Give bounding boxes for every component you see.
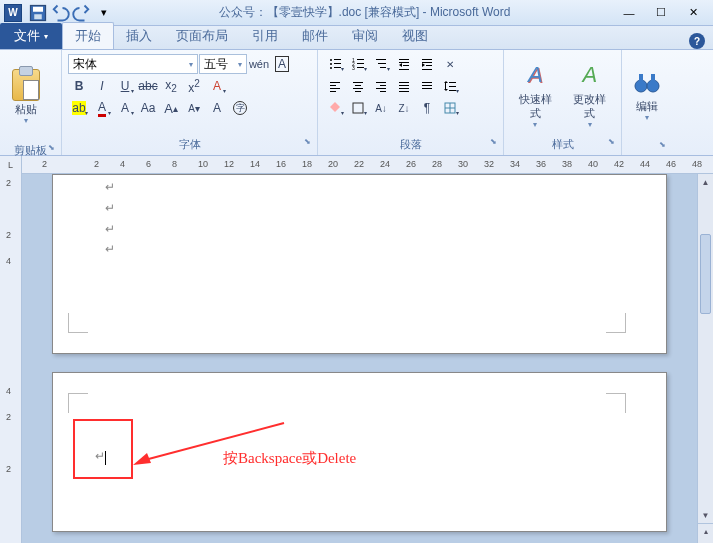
group-editing: 编辑 ▾ xyxy=(622,50,672,155)
quick-styles-icon: A xyxy=(519,59,551,91)
paste-button[interactable]: 粘贴 ▾ xyxy=(4,52,48,142)
font-name-combo[interactable]: 宋体 xyxy=(68,54,198,74)
vertical-ruler[interactable]: 224422 xyxy=(0,174,22,543)
svg-rect-42 xyxy=(422,82,432,83)
page-2[interactable]: ↵ 按Backspace或Delete xyxy=(52,372,667,532)
quick-access-toolbar: ▾ xyxy=(28,3,114,23)
svg-rect-8 xyxy=(334,67,341,68)
horizontal-ruler[interactable]: 4224681012141618202224262830323436384042… xyxy=(22,156,713,173)
document-pages: ↵ ↵ ↵ ↵ ↵ 按Backspace或Dele xyxy=(22,174,697,543)
svg-rect-20 xyxy=(403,65,409,66)
find-button[interactable]: 编辑 ▾ xyxy=(625,52,669,136)
svg-marker-58 xyxy=(133,453,151,465)
snap-grid-button[interactable] xyxy=(439,98,461,118)
change-case-button[interactable]: Aa xyxy=(137,98,159,118)
svg-rect-24 xyxy=(426,65,432,66)
svg-rect-47 xyxy=(449,86,456,87)
prev-page-button[interactable]: ▴ xyxy=(698,524,713,540)
change-styles-button[interactable]: A 更改样式 ▾ xyxy=(563,52,618,136)
tab-home[interactable]: 开始 xyxy=(62,22,114,49)
svg-rect-26 xyxy=(330,82,340,83)
paste-icon xyxy=(10,69,42,101)
strikethrough-button[interactable]: abc xyxy=(137,76,159,96)
font-color-button[interactable]: A xyxy=(91,98,113,118)
svg-rect-29 xyxy=(330,91,336,92)
align-left-button[interactable] xyxy=(324,76,346,96)
help-icon[interactable]: ? xyxy=(689,33,705,49)
italic-button[interactable]: I xyxy=(91,76,113,96)
tab-file[interactable]: 文件 xyxy=(0,23,62,49)
bullets-button[interactable] xyxy=(324,54,346,74)
shrink-font-button[interactable]: A▾ xyxy=(183,98,205,118)
tab-review[interactable]: 审阅 xyxy=(340,23,390,49)
align-right-button[interactable] xyxy=(370,76,392,96)
align-center-button[interactable] xyxy=(347,76,369,96)
svg-rect-4 xyxy=(334,59,341,60)
svg-rect-28 xyxy=(330,88,340,89)
tab-view[interactable]: 视图 xyxy=(390,23,440,49)
svg-rect-56 xyxy=(651,74,655,82)
tab-references[interactable]: 引用 xyxy=(240,23,290,49)
superscript-button[interactable]: x2 xyxy=(183,76,205,96)
text-effects-button[interactable]: A xyxy=(206,76,228,96)
borders-button[interactable] xyxy=(347,98,369,118)
align-distribute-button[interactable] xyxy=(416,76,438,96)
maximize-button[interactable]: ☐ xyxy=(647,3,675,23)
group-clipboard: 粘贴 ▾ 剪贴板 xyxy=(0,50,62,155)
svg-rect-48 xyxy=(449,90,456,91)
paragraph-mark: ↵ xyxy=(105,241,666,258)
close-button[interactable]: ✕ xyxy=(679,3,707,23)
undo-icon[interactable] xyxy=(50,3,70,23)
svg-text:3: 3 xyxy=(352,65,355,71)
scroll-thumb[interactable] xyxy=(700,234,711,314)
window-controls: — ☐ ✕ xyxy=(615,3,707,23)
font-size-combo[interactable]: 五号 xyxy=(199,54,247,74)
vertical-scrollbar[interactable]: ▲ ▼ ▴ ▾ xyxy=(697,174,713,543)
enclose-char-button[interactable]: 字 xyxy=(229,98,251,118)
character-border-icon[interactable]: A xyxy=(271,54,293,74)
svg-rect-14 xyxy=(357,67,364,68)
sort-button[interactable]: A↓ xyxy=(370,98,392,118)
save-icon[interactable] xyxy=(28,3,48,23)
scroll-up-button[interactable]: ▲ xyxy=(698,174,713,190)
svg-rect-18 xyxy=(399,59,409,60)
paragraph-mark: ↵ xyxy=(105,221,666,238)
underline-button[interactable]: U xyxy=(114,76,136,96)
highlight-button[interactable]: ab xyxy=(68,98,90,118)
minimize-button[interactable]: — xyxy=(615,3,643,23)
scroll-down-button[interactable]: ▼ xyxy=(698,507,713,523)
bold-button[interactable]: B xyxy=(68,76,90,96)
tab-insert[interactable]: 插入 xyxy=(114,23,164,49)
decrease-indent-button[interactable] xyxy=(393,54,415,74)
redo-icon[interactable] xyxy=(72,3,92,23)
numbering-button[interactable]: 123 xyxy=(347,54,369,74)
sort-desc-button[interactable]: Z↓ xyxy=(393,98,415,118)
grow-font-button[interactable]: A▴ xyxy=(160,98,182,118)
svg-rect-36 xyxy=(376,88,386,89)
document-scroll[interactable]: ↵ ↵ ↵ ↵ ↵ 按Backspace或Dele xyxy=(22,174,713,543)
next-page-button[interactable]: ▾ xyxy=(698,540,713,544)
subscript-button[interactable]: x2 xyxy=(160,76,182,96)
clear-format-button[interactable]: A xyxy=(206,98,228,118)
svg-rect-43 xyxy=(422,85,432,86)
line-spacing-button[interactable] xyxy=(439,76,461,96)
align-justify-button[interactable] xyxy=(393,76,415,96)
svg-rect-37 xyxy=(380,91,386,92)
quick-styles-button[interactable]: A 快速样式 ▾ xyxy=(508,52,563,136)
document-area: 224422 ↵ ↵ ↵ ↵ ↵ xyxy=(0,174,713,543)
phonetic-guide-icon[interactable]: wén xyxy=(248,54,270,74)
tab-mailings[interactable]: 邮件 xyxy=(290,23,340,49)
margin-corner-icon xyxy=(68,313,88,333)
tab-layout[interactable]: 页面布局 xyxy=(164,23,240,49)
page-1[interactable]: ↵ ↵ ↵ ↵ xyxy=(52,174,667,354)
increase-indent-button[interactable] xyxy=(416,54,438,74)
asian-layout-button[interactable]: ✕ xyxy=(439,54,461,74)
qat-dropdown-icon[interactable]: ▾ xyxy=(94,3,114,23)
svg-rect-10 xyxy=(357,59,364,60)
ribbon-tabs: 文件 开始 插入 页面布局 引用 邮件 审阅 视图 ? xyxy=(0,26,713,50)
shading-button[interactable] xyxy=(324,98,346,118)
margin-corner-icon xyxy=(606,313,626,333)
multilevel-button[interactable] xyxy=(370,54,392,74)
show-marks-button[interactable]: ¶ xyxy=(416,98,438,118)
char-shading-button[interactable]: A xyxy=(114,98,136,118)
